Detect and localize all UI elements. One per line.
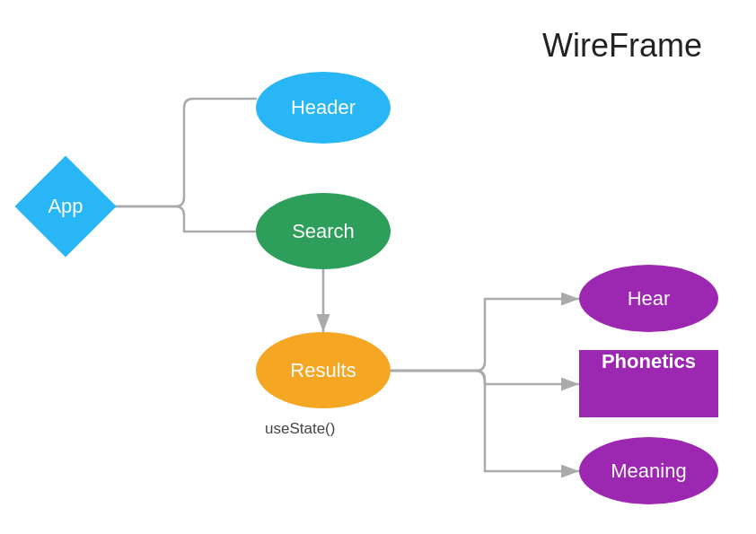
search-label: Search [292,220,355,243]
node-header: Header [256,72,391,144]
results-label: Results [290,359,356,382]
use-state-label: useState() [265,420,335,438]
phonetics-label: Phonetics [579,350,718,417]
page-title: WireFrame [542,27,702,65]
node-search: Search [256,193,391,269]
meaning-label: Meaning [611,460,686,483]
header-label: Header [291,96,356,119]
diagram-canvas: WireFrame App Header Search Result [0,0,756,534]
app-label: App [48,195,83,218]
node-app: App [16,157,115,256]
node-phonetics: Phonetics [579,350,718,417]
node-hear: Hear [579,265,718,332]
node-meaning: Meaning [579,437,718,504]
node-results: Results [256,332,391,408]
hear-label: Hear [628,287,671,311]
